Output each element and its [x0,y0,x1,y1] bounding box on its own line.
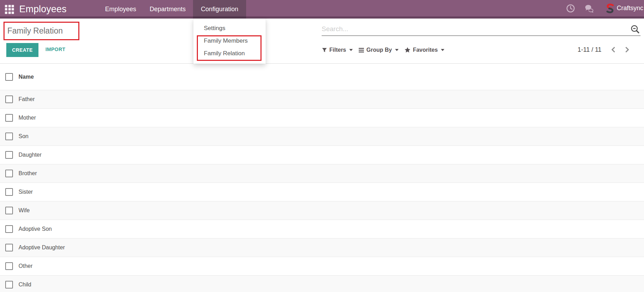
systray: Craftsync [566,0,643,16]
list-item[interactable]: Mother [0,108,644,127]
pager: 1-11 / 11 [578,44,629,55]
list-item[interactable]: Child [0,275,644,292]
row-name-cell: Wife [19,207,30,214]
row-checkbox[interactable] [5,133,13,140]
menu-item-employees[interactable]: Employees [99,0,142,19]
breadcrumb-highlight-box: Family Relation [3,22,79,40]
menu-item-departments[interactable]: Departments [142,0,193,19]
craftsync-logo-icon [606,3,614,13]
import-button[interactable]: IMPORT [45,47,65,52]
list-item[interactable]: Brother [0,164,644,183]
menu-item-configuration[interactable]: Configuration [193,0,246,19]
filters-dropdown-button[interactable]: Filters [322,47,353,53]
row-name-cell: Sister [19,189,33,195]
list-header-row: Name [0,63,644,90]
search-input[interactable] [322,23,629,35]
row-checkbox[interactable] [5,114,13,122]
select-all-checkbox[interactable] [5,73,13,81]
row-name-cell: Child [19,282,31,288]
main-menu: EmployeesDepartmentsConfiguration [99,0,246,19]
row-checkbox[interactable] [5,188,13,196]
funnel-icon [322,48,327,52]
row-checkbox[interactable] [5,262,13,270]
row-checkbox[interactable] [5,225,13,233]
pager-range: 1-11 / 11 [578,46,601,54]
chevron-left-icon [611,47,616,53]
list-item[interactable]: Daughter [0,145,644,164]
row-name-cell: Father [19,96,35,102]
chevron-down-icon [349,49,353,51]
chevron-down-icon [441,49,444,51]
search-bar [322,21,641,36]
row-name-cell: Other [19,263,33,269]
row-name-cell: Son [19,133,28,140]
apps-grid-icon[interactable] [5,5,14,14]
row-checkbox[interactable] [5,170,13,177]
page-title: Family Relation [7,26,63,36]
list-view: Name FatherMotherSonDaughterBrotherSiste… [0,63,644,292]
row-name-cell: Adoptive Son [19,226,52,232]
row-name-cell: Adoptive Daughter [19,244,65,251]
list-item[interactable]: Son [0,127,644,145]
star-icon [405,47,410,53]
row-checkbox[interactable] [5,281,13,289]
list-item[interactable]: Sister [0,183,644,201]
row-checkbox[interactable] [5,95,13,103]
group-by-dropdown-button[interactable]: Group By [359,47,399,53]
list-item[interactable]: Adoptive Daughter [0,238,644,257]
dropdown-item-settings[interactable]: Settings [193,22,266,35]
pager-previous-button[interactable] [611,47,616,53]
dropdown-item-family-relation[interactable]: Family Relation [193,47,266,60]
chevron-down-icon [395,49,399,51]
row-name-cell: Brother [19,170,37,177]
create-button[interactable]: CREATE [6,43,38,57]
row-name-cell: Mother [19,115,36,121]
chevron-right-icon [625,47,629,53]
messages-chat-icon[interactable] [585,4,595,13]
list-item[interactable]: Wife [0,201,644,220]
configuration-dropdown-items: SettingsFamily MembersFamily Relation [193,22,266,60]
zoom-out-magnifier-icon[interactable] [629,24,641,35]
row-checkbox[interactable] [5,244,13,251]
list-item[interactable]: Other [0,257,644,275]
user-menu[interactable]: Craftsync [617,5,643,12]
activities-clock-icon[interactable] [566,4,575,13]
list-item[interactable]: Adoptive Son [0,220,644,238]
pager-next-button[interactable] [625,47,629,53]
column-header-name: Name [19,74,34,80]
app-title[interactable]: Employees [19,4,66,15]
row-checkbox[interactable] [5,207,13,214]
top-navbar: Employees EmployeesDepartmentsConfigurat… [0,0,644,19]
row-name-cell: Daughter [19,152,42,158]
favorites-dropdown-button[interactable]: Favorites [405,47,444,53]
list-rows: FatherMotherSonDaughterBrotherSisterWife… [0,90,644,292]
search-filter-bar: Filters Group By Favorites [322,45,450,55]
dropdown-item-family-members[interactable]: Family Members [193,35,266,47]
list-item[interactable]: Father [0,90,644,108]
row-checkbox[interactable] [5,151,13,159]
configuration-dropdown: SettingsFamily MembersFamily Relation [193,19,266,64]
control-panel: Family Relation CREATE IMPORT Filters [0,19,644,63]
list-bars-icon [359,48,364,52]
